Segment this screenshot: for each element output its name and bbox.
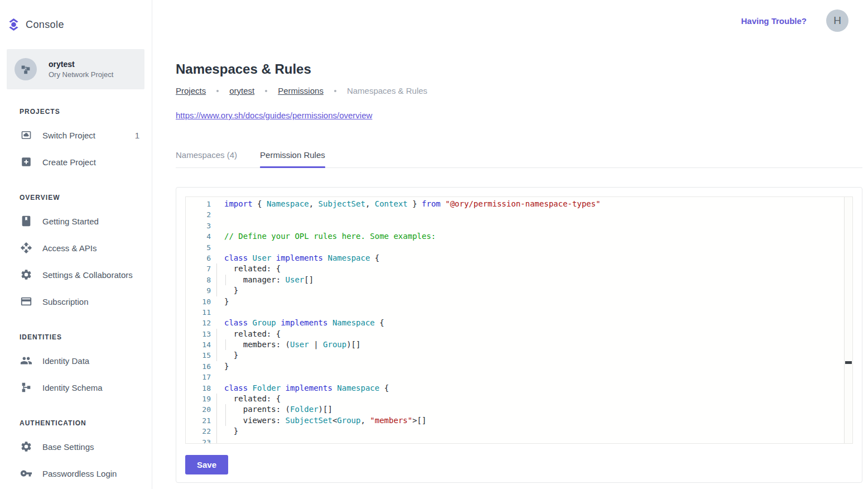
indent-guide [216, 263, 217, 274]
schema-icon [20, 381, 32, 394]
code-token: viewers: [224, 416, 286, 425]
breadcrumb-current: Namespaces & Rules [347, 86, 427, 95]
code-token: "@ory/permission-namespace-types" [445, 199, 600, 208]
breadcrumb-link[interactable]: orytest [229, 86, 254, 95]
line-number: 11 [186, 307, 211, 318]
create-project-icon [20, 155, 33, 169]
code-line: 9 } [186, 285, 852, 296]
code-text: related: { [224, 263, 281, 274]
sidebar-item-label: Getting Started [42, 217, 99, 226]
sidebar-item-getting-started[interactable]: Getting Started [0, 208, 152, 234]
code-token: related: { [224, 329, 281, 338]
code-token: import [224, 199, 253, 208]
line-number: 7 [186, 263, 211, 274]
code-token: User [290, 340, 309, 349]
code-text: related: { [224, 329, 281, 339]
code-line: 3 [186, 220, 852, 231]
code-token: } [224, 286, 238, 295]
save-button[interactable]: Save [185, 455, 228, 474]
sidebar-item-access-apis[interactable]: Access & APIs [0, 234, 152, 261]
sidebar-item-label: Passwordless Login [42, 469, 117, 478]
code-token: related: { [224, 264, 281, 273]
line-number: 12 [186, 318, 211, 328]
credit-card-icon [20, 295, 33, 308]
sidebar-item-label: Access & APIs [42, 243, 97, 253]
sidebar-item-identity-data[interactable]: Identity Data [0, 347, 152, 374]
code-editor[interactable]: 1import { Namespace, SubjectSet, Context… [185, 196, 853, 444]
code-lines: 1import { Namespace, SubjectSet, Context… [186, 197, 852, 444]
code-token: Namespace [337, 383, 379, 392]
code-text: related: { [224, 394, 281, 404]
code-token: class [224, 383, 248, 392]
code-token: class [224, 318, 248, 327]
code-token [281, 383, 285, 392]
tab-namespaces-4-[interactable]: Namespaces (4) [176, 150, 237, 167]
code-token: } [224, 362, 229, 371]
breadcrumb-link[interactable]: Permissions [278, 86, 324, 95]
line-number: 3 [186, 220, 211, 231]
code-token: SubjectSet [319, 199, 365, 208]
sidebar-item-settings-collaborators[interactable]: Settings & Collaborators [0, 261, 152, 288]
code-line: 8 manager: User[] [186, 275, 852, 285]
indent-guide [225, 275, 226, 285]
code-line: 7 related: { [186, 263, 852, 274]
line-number: 22 [186, 426, 211, 437]
sidebar-section-label: IDENTITIES [20, 333, 152, 342]
code-token: User [286, 275, 305, 284]
line-number: 21 [186, 415, 211, 426]
code-token [248, 318, 252, 327]
code-token: "members" [370, 416, 412, 425]
code-line: 4// Define your OPL rules here. Some exa… [186, 231, 852, 242]
sidebar-item-label: Identity Data [42, 356, 89, 366]
line-number: 15 [186, 350, 211, 361]
sidebar-item-label: Switch Project [42, 131, 95, 140]
docs-link[interactable]: https://www.ory.sh/docs/guides/permissio… [176, 111, 372, 120]
line-number: 13 [186, 329, 211, 339]
code-text: } [224, 426, 238, 437]
code-token: from [422, 199, 441, 208]
code-token [327, 318, 332, 327]
code-token [248, 383, 252, 392]
sidebar-item-base-settings[interactable]: Base Settings [0, 433, 152, 460]
sidebar-item-identity-schema[interactable]: Identity Schema [0, 374, 152, 401]
main-content: Namespaces & Rules ProjectsorytestPermis… [152, 0, 868, 489]
editor-scrollbar[interactable] [844, 197, 852, 443]
sidebar-item-create-project[interactable]: Create Project [0, 148, 152, 175]
breadcrumb-link[interactable]: Projects [176, 86, 206, 95]
code-text: // Define your OPL rules here. Some exam… [224, 231, 436, 242]
code-token: Group [323, 340, 346, 349]
code-token: implements [286, 383, 332, 392]
code-token: SubjectSet [286, 416, 332, 425]
people-icon [20, 354, 32, 367]
indent-guide [216, 437, 217, 444]
code-line: 12class Group implements Namespace { [186, 318, 852, 328]
project-avatar [15, 58, 37, 80]
code-token: Namespace [332, 318, 375, 327]
sidebar-item-label: Create Project [42, 157, 96, 167]
tab-permission-rules[interactable]: Permission Rules [260, 150, 325, 167]
schema-icon [20, 381, 33, 394]
sidebar-item-subscription[interactable]: Subscription [0, 288, 152, 315]
switch-project-icon [20, 129, 32, 141]
brand-name: Console [26, 19, 64, 31]
breadcrumb-separator [265, 90, 267, 92]
editor-scrollbar-thumb[interactable] [845, 361, 852, 364]
code-token: Group [337, 416, 360, 425]
sidebar-item-passwordless-login[interactable]: Passwordless Login [0, 460, 152, 487]
code-token: related: { [224, 394, 281, 403]
code-line: 15 } [186, 350, 852, 361]
sitemap-icon [20, 63, 32, 75]
current-project-card[interactable]: orytest Ory Network Project [7, 49, 144, 89]
line-number: 2 [186, 209, 211, 220]
code-token: Folder [290, 405, 319, 414]
indent-guide [216, 394, 217, 404]
ory-console-logo[interactable]: Console [0, 0, 152, 40]
code-token: { [253, 199, 267, 208]
code-token: manager: [224, 275, 286, 284]
code-token: Group [253, 318, 276, 327]
sidebar-item-switch-project[interactable]: Switch Project1 [0, 122, 152, 148]
sidebar-item-badge: 1 [135, 131, 139, 140]
code-line: 10} [186, 296, 852, 307]
code-text: } [224, 361, 229, 372]
create-project-icon [20, 156, 32, 168]
